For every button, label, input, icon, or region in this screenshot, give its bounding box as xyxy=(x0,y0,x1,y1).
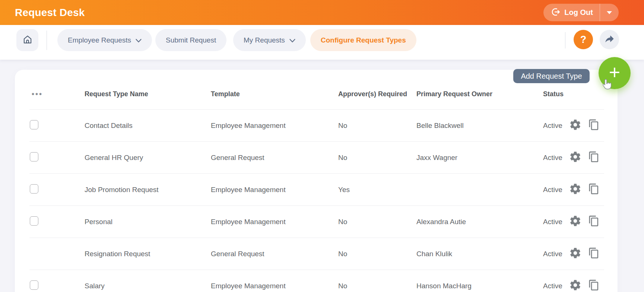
logout-dropdown-button[interactable] xyxy=(600,4,619,21)
app-title: Request Desk xyxy=(15,7,85,19)
checkbox-cell xyxy=(29,184,85,195)
template-cell: Employee Management xyxy=(211,282,338,290)
row-checkbox[interactable] xyxy=(30,120,38,129)
status-value: Active xyxy=(543,186,562,194)
copy-icon[interactable] xyxy=(588,119,600,132)
request-types-table: ••• Request Type Name Template Approver(… xyxy=(29,70,604,292)
nav-item-my-requests[interactable]: My Requests xyxy=(233,29,306,51)
ellipsis-icon[interactable]: ••• xyxy=(29,90,85,98)
primary-request-owner-cell: Alexandra Autie xyxy=(416,218,543,226)
template-cell: Employee Management xyxy=(211,186,338,194)
logout-button[interactable]: Log Out xyxy=(543,4,600,21)
table-row: Salary Employee Management No Hanson Mac… xyxy=(29,270,604,292)
approvers-required-cell: Yes xyxy=(338,186,416,194)
request-type-name-cell: Salary xyxy=(85,282,211,290)
template-cell: Employee Management xyxy=(211,218,338,226)
table-row: Job Promotion Request Employee Managemen… xyxy=(29,173,604,205)
nav-item-configure-request-types[interactable]: Configure Request Types xyxy=(310,29,416,51)
status-cell: Active xyxy=(543,215,604,229)
forward-arrow-icon xyxy=(604,34,615,45)
screen: Request Desk Log Out xyxy=(0,0,644,292)
approvers-required-cell: No xyxy=(338,122,416,130)
request-types-card: ••• Request Type Name Template Approver(… xyxy=(15,70,618,292)
approvers-required-cell: No xyxy=(338,250,416,258)
copy-icon[interactable] xyxy=(588,215,600,229)
table-row: General HR Query General Request No Jaxx… xyxy=(29,141,604,173)
status-value: Active xyxy=(543,282,562,290)
nav-item-label: Submit Request xyxy=(166,36,216,44)
row-checkbox[interactable] xyxy=(30,184,38,194)
nav-item-label: Configure Request Types xyxy=(321,36,406,44)
gear-icon[interactable] xyxy=(569,183,581,197)
nav-item-submit-request[interactable]: Submit Request xyxy=(155,29,226,51)
chevron-down-icon xyxy=(136,36,142,44)
checkbox-cell xyxy=(29,280,85,292)
primary-request-owner-cell: Hanson MacHarg xyxy=(416,282,543,290)
row-checkbox[interactable] xyxy=(30,280,38,290)
status-cell: Active xyxy=(543,151,604,165)
copy-icon[interactable] xyxy=(588,183,600,197)
help-button[interactable]: ? xyxy=(574,30,593,49)
column-header-status: Status xyxy=(543,90,604,98)
checkbox-cell xyxy=(29,152,85,163)
copy-icon[interactable] xyxy=(588,151,600,164)
template-cell: Employee Management xyxy=(211,122,338,130)
copy-icon[interactable] xyxy=(588,247,600,261)
gear-icon[interactable] xyxy=(569,119,581,133)
logout-icon xyxy=(551,7,561,18)
status-cell: Active xyxy=(543,247,604,261)
template-cell: General Request xyxy=(211,154,338,162)
primary-request-owner-cell: Chan Klulik xyxy=(416,250,543,258)
column-header-approvers-required: Approver(s) Required xyxy=(338,90,416,98)
logout-button-group: Log Out xyxy=(543,4,619,21)
nav-divider xyxy=(565,32,565,48)
request-type-name-cell: General HR Query xyxy=(85,154,211,162)
request-type-name-cell: Personal xyxy=(85,218,211,226)
column-header-request-type-name: Request Type Name xyxy=(85,90,211,98)
question-mark-icon: ? xyxy=(580,34,587,45)
status-value: Active xyxy=(543,154,562,162)
request-type-name-cell: Job Promotion Request xyxy=(85,186,211,194)
app-header: Request Desk Log Out xyxy=(0,0,644,25)
table-row: Personal Employee Management No Alexandr… xyxy=(29,205,604,238)
home-icon xyxy=(22,34,33,46)
logout-label: Log Out xyxy=(564,8,593,17)
share-button[interactable] xyxy=(600,30,619,49)
row-checkbox[interactable] xyxy=(30,216,38,226)
table-row: Contact Details Employee Management No B… xyxy=(29,109,604,141)
status-value: Active xyxy=(543,122,562,130)
gear-icon[interactable] xyxy=(569,215,581,229)
checkbox-cell xyxy=(29,120,85,131)
table-row: Resignation Request General Request No C… xyxy=(29,238,604,270)
approvers-required-cell: No xyxy=(338,282,416,290)
gear-icon[interactable] xyxy=(569,151,581,165)
request-type-name-cell: Resignation Request xyxy=(85,250,211,258)
checkbox-cell xyxy=(29,216,85,227)
home-button[interactable] xyxy=(16,29,38,51)
nav-bar: Employee Requests Submit Request My Requ… xyxy=(0,25,644,60)
add-request-type-tooltip: Add Request Type xyxy=(513,69,590,83)
primary-request-owner-cell: Belle Blackwell xyxy=(416,122,543,130)
mouse-cursor-hand-icon xyxy=(600,79,613,94)
request-type-name-cell: Contact Details xyxy=(85,122,211,130)
status-value: Active xyxy=(543,218,562,226)
table-body: Contact Details Employee Management No B… xyxy=(29,109,604,292)
status-cell: Active xyxy=(543,279,604,292)
approvers-required-cell: No xyxy=(338,218,416,226)
status-value: Active xyxy=(543,250,562,258)
nav-divider xyxy=(47,31,47,50)
nav-item-employee-requests[interactable]: Employee Requests xyxy=(57,29,152,51)
nav-item-label: Employee Requests xyxy=(68,36,131,44)
primary-request-owner-cell: Jaxx Wagner xyxy=(416,154,543,162)
nav-item-label: My Requests xyxy=(244,36,285,44)
status-cell: Active xyxy=(543,183,604,197)
column-header-template: Template xyxy=(211,90,338,98)
chevron-down-icon xyxy=(289,36,295,44)
caret-down-icon xyxy=(607,11,612,14)
gear-icon[interactable] xyxy=(569,247,581,261)
column-header-primary-request-owner: Primary Request Owner xyxy=(416,90,543,98)
approvers-required-cell: No xyxy=(338,154,416,162)
copy-icon[interactable] xyxy=(588,279,600,292)
gear-icon[interactable] xyxy=(569,279,581,292)
row-checkbox[interactable] xyxy=(30,152,38,161)
